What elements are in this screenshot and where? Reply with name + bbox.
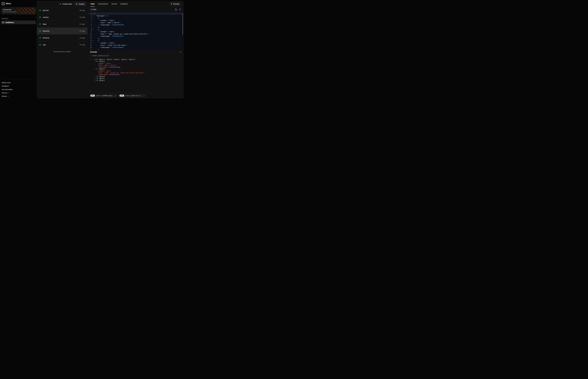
- actor-age: 1m ago: [79, 37, 85, 39]
- expand-toggle-icon[interactable]: ▶: [95, 80, 96, 82]
- line-number: 4: [88, 19, 92, 21]
- rpc-button-actor-gethistory[interactable]: RPCactor.getHistory(...): [119, 94, 146, 97]
- editor-line[interactable]: 14 "sender": "User",: [88, 42, 183, 44]
- sidebar-item-chatroom[interactable]: chatRoom: [1, 21, 36, 24]
- rpc-label: actor.sendMessage(...): [96, 95, 116, 96]
- sidebar-link-whats-new[interactable]: Whats new?: [1, 81, 36, 84]
- fold-toggle-icon[interactable]: [92, 28, 94, 31]
- status-dot-icon: [40, 44, 41, 45]
- code-text: {: [94, 28, 99, 31]
- code-text: {: [94, 13, 95, 15]
- actor-row-cats[interactable]: cats1m ago: [37, 41, 87, 48]
- code-text: "timestamp": 1764043999867: [94, 46, 124, 48]
- sidebar-link-discord[interactable]: Discord↗: [1, 91, 36, 95]
- revert-button[interactable]: [178, 8, 182, 11]
- connection-status: Connected: [3, 9, 34, 11]
- actor-name: backend: [43, 30, 49, 32]
- console-object-row[interactable]: ▶3: Object: [88, 78, 183, 79]
- fold-toggle-icon[interactable]: [92, 17, 94, 19]
- editor-line[interactable]: 1{: [88, 13, 183, 15]
- sidebar-link-github[interactable]: GitHub↗: [1, 95, 36, 98]
- editor-line[interactable]: 16 "timestamp": 1764043999867: [88, 46, 183, 48]
- status-badge-label: Running: [173, 3, 179, 5]
- sidebar-link-feedback[interactable]: Feedback: [1, 84, 36, 88]
- actor-age: 1m ago: [79, 44, 85, 46]
- link-label: Whats new?: [2, 82, 11, 84]
- console-header[interactable]: Console: [88, 50, 183, 54]
- save-button[interactable]: [174, 8, 178, 11]
- editor-line[interactable]: 5 "text": "Who’s there?",: [88, 21, 183, 24]
- link-label: GitHub: [2, 95, 7, 97]
- brand[interactable]: R Rivet: [1, 0, 12, 7]
- collapse-toggle-icon[interactable]: ▼: [93, 59, 95, 61]
- actor-row-backend[interactable]: backend1m ago: [37, 28, 87, 34]
- editor-line[interactable]: 11 "timestamp": 1764043995517: [88, 35, 183, 37]
- editor-line[interactable]: 4 "sender": "User",: [88, 19, 183, 21]
- inspector-tabs-bar: StateConnectionsEventsDatabase Running: [88, 1, 183, 7]
- console-object-row[interactable]: ▶2: Object: [88, 76, 183, 78]
- save-icon: [175, 8, 177, 11]
- fold-toggle-icon[interactable]: [92, 15, 94, 17]
- editor-line[interactable]: 12 },: [88, 37, 183, 39]
- tab-database[interactable]: Database: [121, 1, 128, 7]
- create-actor-button[interactable]: Create Actor: [58, 2, 74, 6]
- console-collapse-button[interactable]: [179, 51, 181, 53]
- editor-line[interactable]: 15 "text": "Long live the King!",: [88, 44, 183, 46]
- app-root: R Rivet Connected http://localhost:6420 …: [0, 0, 184, 99]
- actor-row-frontend[interactable]: frontend1m ago: [37, 34, 87, 41]
- editor-line[interactable]: 7 },: [88, 26, 183, 28]
- sidebar-footer: Whats new?FeedbackDocumentationDiscord↗G…: [1, 79, 36, 98]
- line-number: 6: [88, 24, 92, 26]
- object-label: 0: Object: [96, 61, 105, 62]
- collapse-toggle-icon[interactable]: ▼: [95, 68, 96, 70]
- fold-spacer: [92, 46, 94, 48]
- fold-toggle-icon[interactable]: [92, 13, 94, 15]
- display-button[interactable]: Display: [74, 2, 86, 6]
- editor-line[interactable]: 17 },: [88, 48, 183, 50]
- editor-line[interactable]: 10 "text": " Nay, answer me. Stand and u…: [88, 33, 183, 35]
- connection-card: Connected http://localhost:6420: [1, 7, 36, 14]
- code-text: "timestamp": 1764043995517: [94, 35, 124, 37]
- console-object-row[interactable]: ▼0: Object: [88, 61, 183, 63]
- sidebar-link-documentation[interactable]: Documentation: [1, 88, 36, 91]
- tab-state[interactable]: State: [91, 1, 95, 7]
- actor-age: 1m ago: [79, 16, 85, 18]
- status-dot-icon: [40, 31, 41, 32]
- state-json-editor[interactable]: 1{2 "messages": [3 {4 "sender": "User",5…: [88, 12, 183, 50]
- link-label: Discord: [2, 92, 7, 94]
- actor-row-dogs[interactable]: dogs1m ago: [37, 21, 87, 28]
- actor-name: random: [43, 16, 49, 18]
- code-text: {: [94, 17, 99, 19]
- editor-line[interactable]: 8 {: [88, 28, 183, 31]
- status-dot-icon: [40, 37, 41, 38]
- expand-toggle-icon[interactable]: ▶: [95, 76, 96, 78]
- actor-list: general2m agorandom1m agodogs1m agobacke…: [37, 7, 87, 48]
- line-number: 14: [88, 42, 92, 44]
- editor-line[interactable]: 13 {: [88, 39, 183, 42]
- fold-toggle-icon[interactable]: [92, 39, 94, 42]
- editor-line[interactable]: 9 "sender": "User",: [88, 31, 183, 33]
- actor-row-random[interactable]: random1m ago: [37, 14, 87, 21]
- status-dot-icon: [40, 24, 41, 25]
- console-object-row[interactable]: ▼1: Object: [88, 68, 183, 70]
- code-text: "sender": "User",: [94, 31, 115, 33]
- console-property: sender: "User": [88, 70, 183, 72]
- editor-scrollbar[interactable]: [182, 14, 183, 34]
- tab-connections[interactable]: Connections: [98, 1, 108, 7]
- editor-line[interactable]: 3 {: [88, 17, 183, 19]
- rpc-button-actor-sendmessage[interactable]: RPCactor.sendMessage(...): [90, 94, 118, 97]
- console-object-row[interactable]: ▶4: Object: [88, 79, 183, 82]
- fold-spacer: [92, 42, 94, 44]
- line-number: 9: [88, 31, 92, 33]
- live-toggle[interactable]: Live: [90, 8, 97, 11]
- external-link-icon: ↗: [8, 95, 9, 97]
- console-input[interactable]: >: [88, 89, 183, 93]
- actor-row-general[interactable]: general2m ago: [37, 7, 87, 14]
- editor-line[interactable]: 2 "messages": [: [88, 15, 183, 17]
- collapse-toggle-icon[interactable]: ▼: [95, 61, 96, 63]
- editor-line[interactable]: 6 "timestamp": 1764043991880: [88, 24, 183, 26]
- tab-events[interactable]: Events: [111, 1, 117, 7]
- console-property: timestamp: 1764043991880: [88, 66, 183, 68]
- code-text: },: [94, 48, 100, 50]
- expand-toggle-icon[interactable]: ▶: [95, 78, 96, 79]
